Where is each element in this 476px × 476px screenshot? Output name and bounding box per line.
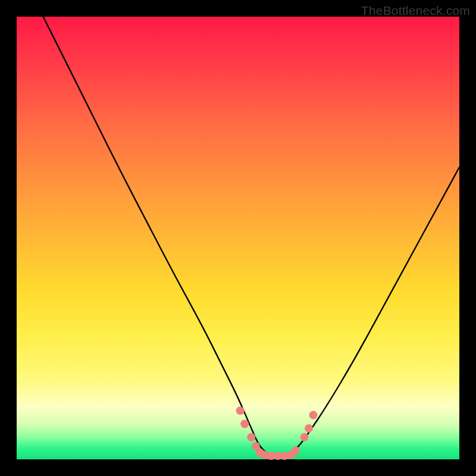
- trough-marker: [309, 411, 318, 419]
- curve-svg: [17, 17, 459, 459]
- trough-marker: [236, 406, 245, 415]
- plot-area: [17, 17, 459, 459]
- chart-frame: TheBottleneck.com: [0, 0, 476, 476]
- trough-markers: [236, 406, 318, 460]
- trough-marker: [305, 424, 313, 433]
- bottleneck-curve: [43, 17, 459, 457]
- trough-marker: [240, 420, 249, 428]
- attribution-label: TheBottleneck.com: [361, 4, 470, 18]
- trough-marker: [247, 433, 255, 441]
- trough-marker: [300, 433, 309, 441]
- trough-marker: [292, 446, 300, 455]
